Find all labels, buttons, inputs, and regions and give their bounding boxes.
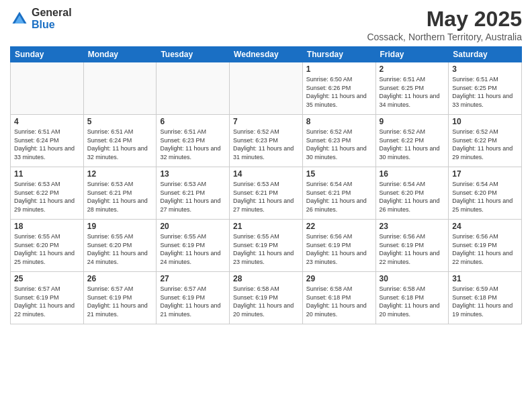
- day-number: 1: [306, 64, 372, 74]
- logo-icon: [10, 9, 29, 28]
- subtitle: Cossack, Northern Territory, Australia: [367, 32, 522, 42]
- calendar-cell: 26Sunrise: 6:57 AM Sunset: 6:19 PM Dayli…: [83, 272, 157, 324]
- calendar-cell: 8Sunrise: 6:52 AM Sunset: 6:23 PM Daylig…: [302, 115, 375, 167]
- calendar-cell: 13Sunrise: 6:53 AM Sunset: 6:21 PM Dayli…: [157, 167, 230, 220]
- day-info: Sunrise: 6:51 AM Sunset: 6:24 PM Dayligh…: [14, 128, 80, 161]
- day-number: 10: [452, 117, 518, 126]
- calendar-cell: 31Sunrise: 6:59 AM Sunset: 6:18 PM Dayli…: [449, 272, 522, 324]
- day-number: 11: [14, 169, 80, 179]
- calendar-cell: 24Sunrise: 6:56 AM Sunset: 6:19 PM Dayli…: [449, 220, 522, 272]
- day-info: Sunrise: 6:52 AM Sunset: 6:23 PM Dayligh…: [306, 128, 372, 161]
- day-number: 23: [380, 222, 445, 231]
- day-info: Sunrise: 6:51 AM Sunset: 6:25 PM Dayligh…: [380, 75, 445, 109]
- calendar-header-monday: Monday: [83, 47, 157, 62]
- day-number: 8: [306, 117, 372, 126]
- calendar-cell: 29Sunrise: 6:58 AM Sunset: 6:18 PM Dayli…: [302, 272, 375, 324]
- calendar-header-thursday: Thursday: [302, 47, 375, 62]
- day-number: 22: [306, 222, 372, 231]
- day-number: 16: [380, 169, 445, 179]
- day-info: Sunrise: 6:55 AM Sunset: 6:20 PM Dayligh…: [14, 232, 80, 266]
- day-number: 4: [14, 117, 80, 126]
- day-info: Sunrise: 6:56 AM Sunset: 6:19 PM Dayligh…: [380, 232, 445, 266]
- calendar-week-row: 11Sunrise: 6:53 AM Sunset: 6:22 PM Dayli…: [11, 167, 522, 220]
- calendar-header-friday: Friday: [375, 47, 449, 62]
- day-info: Sunrise: 6:50 AM Sunset: 6:26 PM Dayligh…: [306, 75, 372, 109]
- logo-blue: Blue: [32, 19, 72, 31]
- day-info: Sunrise: 6:58 AM Sunset: 6:18 PM Dayligh…: [306, 285, 372, 318]
- calendar-header-saturday: Saturday: [449, 47, 522, 62]
- day-number: 27: [160, 274, 226, 283]
- day-info: Sunrise: 6:54 AM Sunset: 6:21 PM Dayligh…: [306, 180, 372, 214]
- calendar-cell: [11, 62, 84, 115]
- day-number: 5: [87, 117, 153, 126]
- day-number: 19: [87, 222, 153, 231]
- calendar-cell: 16Sunrise: 6:54 AM Sunset: 6:20 PM Dayli…: [375, 167, 449, 220]
- calendar-cell: [230, 62, 303, 115]
- calendar-cell: 25Sunrise: 6:57 AM Sunset: 6:19 PM Dayli…: [11, 272, 84, 324]
- calendar-cell: [157, 62, 230, 115]
- day-info: Sunrise: 6:56 AM Sunset: 6:19 PM Dayligh…: [306, 232, 372, 266]
- calendar-cell: 7Sunrise: 6:52 AM Sunset: 6:23 PM Daylig…: [230, 115, 303, 167]
- day-info: Sunrise: 6:53 AM Sunset: 6:22 PM Dayligh…: [14, 180, 80, 214]
- day-number: 26: [87, 274, 153, 283]
- day-number: 17: [452, 169, 518, 179]
- logo: General Blue: [10, 7, 72, 30]
- day-info: Sunrise: 6:53 AM Sunset: 6:21 PM Dayligh…: [160, 180, 226, 214]
- day-number: 29: [306, 274, 372, 283]
- calendar-week-row: 25Sunrise: 6:57 AM Sunset: 6:19 PM Dayli…: [11, 272, 522, 324]
- day-number: 2: [380, 64, 445, 74]
- calendar-cell: 4Sunrise: 6:51 AM Sunset: 6:24 PM Daylig…: [11, 115, 84, 167]
- calendar-cell: 23Sunrise: 6:56 AM Sunset: 6:19 PM Dayli…: [375, 220, 449, 272]
- calendar-cell: 21Sunrise: 6:55 AM Sunset: 6:19 PM Dayli…: [230, 220, 303, 272]
- calendar-cell: 22Sunrise: 6:56 AM Sunset: 6:19 PM Dayli…: [302, 220, 375, 272]
- calendar-table: SundayMondayTuesdayWednesdayThursdayFrid…: [10, 46, 522, 324]
- day-number: 14: [233, 169, 299, 179]
- day-number: 28: [233, 274, 299, 283]
- calendar-header-tuesday: Tuesday: [157, 47, 230, 62]
- day-info: Sunrise: 6:52 AM Sunset: 6:22 PM Dayligh…: [380, 128, 445, 161]
- day-number: 9: [380, 117, 445, 126]
- page-container: General Blue May 2025 Cossack, Northern …: [0, 0, 532, 411]
- day-info: Sunrise: 6:51 AM Sunset: 6:25 PM Dayligh…: [452, 75, 518, 109]
- day-number: 21: [233, 222, 299, 231]
- calendar-cell: 27Sunrise: 6:57 AM Sunset: 6:19 PM Dayli…: [157, 272, 230, 324]
- month-title: May 2025: [367, 7, 522, 32]
- calendar-week-row: 4Sunrise: 6:51 AM Sunset: 6:24 PM Daylig…: [11, 115, 522, 167]
- day-number: 12: [87, 169, 153, 179]
- day-number: 15: [306, 169, 372, 179]
- day-number: 6: [160, 117, 226, 126]
- day-number: 24: [452, 222, 518, 231]
- calendar-cell: 18Sunrise: 6:55 AM Sunset: 6:20 PM Dayli…: [11, 220, 84, 272]
- calendar-header-sunday: Sunday: [11, 47, 84, 62]
- day-info: Sunrise: 6:51 AM Sunset: 6:24 PM Dayligh…: [87, 128, 153, 161]
- calendar-cell: [83, 62, 157, 115]
- day-number: 18: [14, 222, 80, 231]
- day-info: Sunrise: 6:57 AM Sunset: 6:19 PM Dayligh…: [87, 285, 153, 318]
- day-info: Sunrise: 6:59 AM Sunset: 6:18 PM Dayligh…: [452, 285, 518, 318]
- calendar-cell: 2Sunrise: 6:51 AM Sunset: 6:25 PM Daylig…: [375, 62, 449, 115]
- calendar-cell: 3Sunrise: 6:51 AM Sunset: 6:25 PM Daylig…: [449, 62, 522, 115]
- day-info: Sunrise: 6:52 AM Sunset: 6:22 PM Dayligh…: [452, 128, 518, 161]
- calendar-cell: 12Sunrise: 6:53 AM Sunset: 6:21 PM Dayli…: [83, 167, 157, 220]
- day-number: 25: [14, 274, 80, 283]
- calendar-cell: 14Sunrise: 6:53 AM Sunset: 6:21 PM Dayli…: [230, 167, 303, 220]
- logo-text: General Blue: [32, 7, 72, 30]
- day-info: Sunrise: 6:58 AM Sunset: 6:19 PM Dayligh…: [233, 285, 299, 318]
- day-info: Sunrise: 6:54 AM Sunset: 6:20 PM Dayligh…: [452, 180, 518, 214]
- day-info: Sunrise: 6:56 AM Sunset: 6:19 PM Dayligh…: [452, 232, 518, 266]
- day-info: Sunrise: 6:53 AM Sunset: 6:21 PM Dayligh…: [87, 180, 153, 214]
- calendar-cell: 9Sunrise: 6:52 AM Sunset: 6:22 PM Daylig…: [375, 115, 449, 167]
- day-number: 13: [160, 169, 226, 179]
- day-info: Sunrise: 6:58 AM Sunset: 6:18 PM Dayligh…: [380, 285, 445, 318]
- calendar-week-row: 18Sunrise: 6:55 AM Sunset: 6:20 PM Dayli…: [11, 220, 522, 272]
- day-info: Sunrise: 6:53 AM Sunset: 6:21 PM Dayligh…: [233, 180, 299, 214]
- day-info: Sunrise: 6:57 AM Sunset: 6:19 PM Dayligh…: [160, 285, 226, 318]
- calendar-cell: 6Sunrise: 6:51 AM Sunset: 6:23 PM Daylig…: [157, 115, 230, 167]
- day-info: Sunrise: 6:52 AM Sunset: 6:23 PM Dayligh…: [233, 128, 299, 161]
- day-number: 7: [233, 117, 299, 126]
- day-number: 20: [160, 222, 226, 231]
- title-area: May 2025 Cossack, Northern Territory, Au…: [367, 7, 522, 42]
- day-number: 3: [452, 64, 518, 74]
- calendar-week-row: 1Sunrise: 6:50 AM Sunset: 6:26 PM Daylig…: [11, 62, 522, 115]
- calendar-cell: 11Sunrise: 6:53 AM Sunset: 6:22 PM Dayli…: [11, 167, 84, 220]
